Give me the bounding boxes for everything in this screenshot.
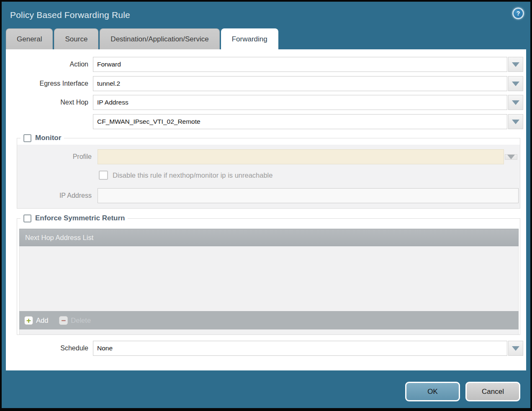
tab-destination-application-service[interactable]: Destination/Application/Service bbox=[100, 28, 219, 49]
next-hop-address-list-table: Next Hop Address List + Add − Delete bbox=[19, 229, 519, 334]
monitor-checkbox[interactable] bbox=[23, 134, 31, 142]
monitor-ip-label: IP Address bbox=[17, 192, 98, 199]
next-hop-type-dropdown-button[interactable] bbox=[508, 95, 523, 110]
schedule-field[interactable]: None bbox=[93, 341, 507, 356]
monitor-panel: Profile Disable this rule if nexthop/mon… bbox=[17, 145, 520, 208]
table-bottom-strip bbox=[19, 329, 519, 334]
profile-dropdown-button bbox=[505, 154, 517, 160]
dropdown-arrow-icon bbox=[512, 120, 519, 124]
add-button[interactable]: + Add bbox=[24, 316, 48, 325]
disable-rule-label: Disable this rule if nexthop/monitor ip … bbox=[113, 171, 272, 179]
add-button-label: Add bbox=[36, 317, 48, 324]
monitor-group: Monitor Profile Disable this rule if nex… bbox=[17, 138, 520, 209]
symmetric-return-legend: Enforce Symmetric Return bbox=[21, 214, 128, 222]
monitor-ip-row: IP Address bbox=[17, 188, 519, 203]
symmetric-return-group: Enforce Symmetric Return Next Hop Addres… bbox=[17, 218, 520, 335]
cancel-button[interactable]: Cancel bbox=[465, 382, 520, 401]
dialog-title: Policy Based Forwarding Rule bbox=[10, 10, 130, 20]
delete-button-label: Delete bbox=[71, 317, 91, 324]
egress-interface-dropdown-button[interactable] bbox=[508, 76, 523, 91]
dropdown-arrow-icon bbox=[512, 82, 519, 86]
dropdown-arrow-icon bbox=[507, 155, 515, 159]
tab-general[interactable]: General bbox=[6, 28, 53, 49]
next-hop-type-field[interactable]: IP Address bbox=[93, 95, 507, 110]
next-hop-row: Next Hop IP Address bbox=[6, 95, 523, 110]
tab-source[interactable]: Source bbox=[54, 28, 98, 49]
next-hop-address-list-toolbar: + Add − Delete bbox=[19, 311, 519, 329]
egress-interface-field[interactable]: tunnel.2 bbox=[93, 76, 507, 91]
tab-bar: General Source Destination/Application/S… bbox=[2, 28, 530, 49]
action-label: Action bbox=[6, 61, 93, 68]
profile-label: Profile bbox=[17, 153, 98, 161]
policy-based-forwarding-dialog: Policy Based Forwarding Rule ? General S… bbox=[0, 0, 532, 411]
next-hop-address-list-header: Next Hop Address List bbox=[19, 229, 519, 246]
schedule-dropdown-button[interactable] bbox=[508, 341, 523, 356]
next-hop-label: Next Hop bbox=[6, 99, 93, 106]
delete-button: − Delete bbox=[59, 316, 91, 325]
symmetric-return-checkbox[interactable] bbox=[23, 214, 31, 222]
dropdown-arrow-icon bbox=[512, 100, 519, 105]
action-row: Action Forward bbox=[6, 57, 523, 72]
schedule-row: Schedule None bbox=[6, 341, 523, 356]
dropdown-arrow-icon bbox=[512, 346, 519, 351]
action-dropdown-button[interactable] bbox=[508, 57, 523, 72]
egress-interface-label: Egress Interface bbox=[6, 80, 93, 87]
profile-field bbox=[98, 149, 504, 164]
next-hop-address-list-body bbox=[19, 246, 519, 311]
next-hop-address-dropdown-button[interactable] bbox=[508, 114, 523, 129]
tab-forwarding[interactable]: Forwarding bbox=[221, 28, 278, 49]
delete-icon: − bbox=[59, 316, 68, 325]
action-field[interactable]: Forward bbox=[93, 57, 507, 72]
schedule-label: Schedule bbox=[6, 345, 93, 352]
monitor-legend-label: Monitor bbox=[35, 134, 61, 142]
disable-rule-checkbox bbox=[99, 171, 108, 180]
help-icon[interactable]: ? bbox=[512, 8, 524, 19]
dialog-footer: OK Cancel bbox=[2, 370, 530, 408]
monitor-ip-field bbox=[98, 188, 519, 203]
egress-interface-row: Egress Interface tunnel.2 bbox=[6, 76, 523, 91]
forwarding-tab-panel: Action Forward Egress Interface tunnel.2… bbox=[6, 49, 526, 370]
monitor-legend: Monitor bbox=[21, 134, 64, 142]
ok-button[interactable]: OK bbox=[405, 382, 460, 401]
add-icon: + bbox=[24, 316, 33, 325]
symmetric-return-legend-label: Enforce Symmetric Return bbox=[35, 214, 125, 222]
next-hop-address-row: CF_MWAN_IPsec_VTI_02_Remote bbox=[6, 114, 523, 129]
disable-rule-row: Disable this rule if nexthop/monitor ip … bbox=[99, 171, 520, 180]
dropdown-arrow-icon bbox=[512, 62, 519, 67]
dialog-titlebar: Policy Based Forwarding Rule ? bbox=[2, 2, 530, 28]
profile-row: Profile bbox=[17, 149, 520, 164]
next-hop-address-field[interactable]: CF_MWAN_IPsec_VTI_02_Remote bbox=[93, 114, 507, 129]
